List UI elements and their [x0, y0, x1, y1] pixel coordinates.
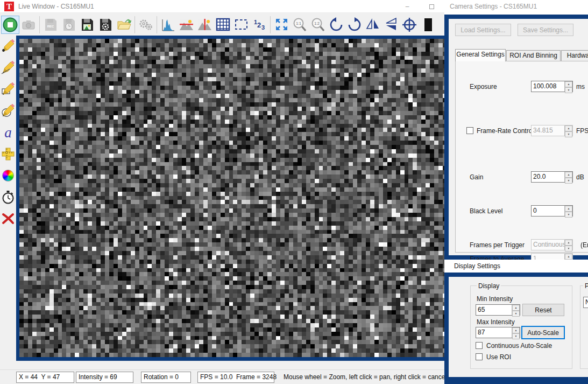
- horizontal-profile-button[interactable]: [177, 16, 195, 34]
- delete-annotations-button[interactable]: [1, 211, 16, 226]
- spin-up-icon[interactable]: ▲: [512, 305, 520, 311]
- draw-line-button[interactable]: [1, 60, 16, 75]
- zoom-1-1-button[interactable]: 1:1: [291, 16, 309, 34]
- grid-overlay-button[interactable]: [214, 16, 232, 34]
- display-settings-titlebar[interactable]: Display Settings: [444, 260, 588, 273]
- crosshair-target-button[interactable]: [400, 16, 419, 34]
- status-intensity: Intensity = 69: [76, 372, 133, 383]
- histogram-icon: [161, 17, 175, 32]
- screen: T Live Window - CS165MU1 – REC: [0, 0, 588, 384]
- min-intensity-spin-buttons[interactable]: ▲▼: [512, 305, 520, 315]
- use-roi-checkbox[interactable]: [476, 353, 483, 360]
- spin-down-icon[interactable]: ▼: [512, 311, 520, 317]
- camera-settings-titlebar[interactable]: Camera Settings - CS165MU1: [444, 0, 588, 15]
- black-level-value[interactable]: 0: [532, 206, 564, 216]
- tab-roi-and-binning[interactable]: ROI And Binning: [506, 50, 561, 61]
- spin-down-icon[interactable]: ▼: [565, 212, 572, 218]
- spin-down-icon[interactable]: ▼: [512, 333, 520, 339]
- pseudo-color-group-label: Pse: [583, 282, 588, 290]
- save-settings-button[interactable]: Save Settings...: [518, 24, 573, 36]
- draw-point-button[interactable]: [1, 39, 16, 53]
- clipped-toolbar-button[interactable]: [419, 16, 437, 34]
- histogram-button[interactable]: [159, 16, 177, 34]
- framerate-checkbox[interactable]: [466, 127, 473, 134]
- toolbar-divider: [157, 16, 157, 33]
- spin-up-icon[interactable]: ▲: [565, 81, 572, 87]
- spin-up-icon: ▲: [565, 240, 572, 246]
- status-rotation: Rotation = 0: [141, 372, 191, 383]
- live-stop-button[interactable]: [1, 16, 19, 34]
- status-coordinates: X = 44 Y = 47: [16, 372, 74, 383]
- display-group-label: Display: [477, 282, 501, 290]
- frames-per-trigger-note: (Ente: [580, 241, 588, 249]
- min-intensity-spinner[interactable]: 65 ▲▼: [476, 304, 520, 316]
- max-intensity-value[interactable]: 87: [476, 327, 512, 338]
- continuous-autoscale-checkbox[interactable]: [476, 342, 483, 349]
- max-intensity-label: Max Intensity: [477, 318, 515, 326]
- gain-spin-buttons[interactable]: ▲▼: [564, 172, 572, 182]
- annotate-numbers-button[interactable]: 123: [250, 16, 268, 34]
- crosshair-target-icon: [402, 17, 417, 32]
- draw-rectangle-button[interactable]: [1, 82, 16, 96]
- gain-unit: dB: [576, 173, 584, 181]
- measure-ruler-button[interactable]: [1, 146, 16, 161]
- rotate-ccw-button[interactable]: [327, 16, 345, 34]
- minimize-button[interactable]: –: [399, 1, 415, 12]
- spin-down-icon[interactable]: ▼: [565, 178, 572, 184]
- framerate-spinner: 34.815 ▲▼: [531, 125, 573, 136]
- camera-noise-image[interactable]: [19, 39, 447, 357]
- spin-up-icon[interactable]: ▲: [565, 172, 572, 178]
- settings-gears-button[interactable]: [137, 16, 155, 34]
- snapshot-button[interactable]: [19, 16, 38, 34]
- flip-horizontal-button[interactable]: [364, 16, 382, 34]
- draw-rectangle-pencil-icon: [1, 82, 15, 96]
- measure-ruler-icon: [1, 147, 15, 161]
- color-palette-button[interactable]: [1, 168, 16, 183]
- maximize-button[interactable]: [423, 1, 440, 12]
- draw-ellipse-button[interactable]: [1, 103, 16, 118]
- gain-value[interactable]: 20.0: [532, 172, 564, 182]
- timed-save-button[interactable]: [60, 16, 78, 34]
- text-annotation-button[interactable]: a: [1, 125, 16, 139]
- exposure-value[interactable]: 100.008: [532, 81, 564, 92]
- vertical-profile-button[interactable]: [195, 16, 214, 34]
- spin-down-icon[interactable]: ▼: [565, 87, 572, 93]
- pseudo-color-dropdown[interactable]: N: [583, 297, 588, 308]
- rotate-cw-button[interactable]: [345, 16, 364, 34]
- max-intensity-spin-buttons[interactable]: ▲▼: [512, 327, 520, 338]
- draw-line-pencil-icon: [1, 61, 15, 75]
- roi-select-button[interactable]: [232, 16, 250, 34]
- annotation-toolbar: a: [0, 36, 16, 369]
- max-intensity-spinner[interactable]: 87 ▲▼: [476, 327, 520, 338]
- reset-button[interactable]: Reset: [522, 304, 564, 316]
- gain-label: Gain: [470, 173, 483, 181]
- open-folder-button[interactable]: [115, 16, 133, 34]
- exposure-spin-buttons[interactable]: ▲▼: [564, 81, 572, 92]
- save-image-disk-icon: [80, 18, 94, 32]
- save-settings-disk-button[interactable]: [96, 16, 115, 34]
- load-settings-button[interactable]: Load Settings...: [455, 24, 511, 36]
- spin-up-icon: ▲: [565, 125, 572, 131]
- save-image-button[interactable]: [78, 16, 96, 34]
- frames-per-trigger-value: Continuous: [532, 240, 564, 250]
- timer-stopwatch-button[interactable]: [1, 190, 16, 204]
- spin-up-icon[interactable]: ▲: [565, 206, 572, 212]
- black-level-spinner[interactable]: 0 ▲▼: [531, 205, 573, 217]
- tab-hardware-trigger[interactable]: Hardware Tri: [561, 50, 588, 61]
- tab-general-settings[interactable]: General Settings: [455, 49, 506, 61]
- flip-vertical-button[interactable]: [382, 16, 400, 34]
- gain-spinner[interactable]: 20.0 ▲▼: [531, 171, 573, 183]
- camera-settings-content: Load Settings... Save Settings... Genera…: [449, 19, 588, 255]
- draw-point-pencil-icon: [1, 39, 15, 53]
- spin-up-icon[interactable]: ▲: [512, 327, 520, 333]
- record-video-button[interactable]: REC: [41, 16, 60, 34]
- black-level-spin-buttons[interactable]: ▲▼: [564, 206, 572, 216]
- grid-overlay-icon: [216, 17, 230, 32]
- fit-to-window-button[interactable]: [272, 16, 291, 34]
- exposure-spinner[interactable]: 100.008 ▲▼: [531, 81, 573, 92]
- main-toolbar: REC: [0, 13, 447, 36]
- zoom-1-2-button[interactable]: 1:2: [309, 16, 327, 34]
- min-intensity-value[interactable]: 65: [476, 305, 512, 315]
- auto-scale-button[interactable]: Auto-Scale: [521, 326, 565, 339]
- pseudo-color-value[interactable]: N: [584, 297, 588, 308]
